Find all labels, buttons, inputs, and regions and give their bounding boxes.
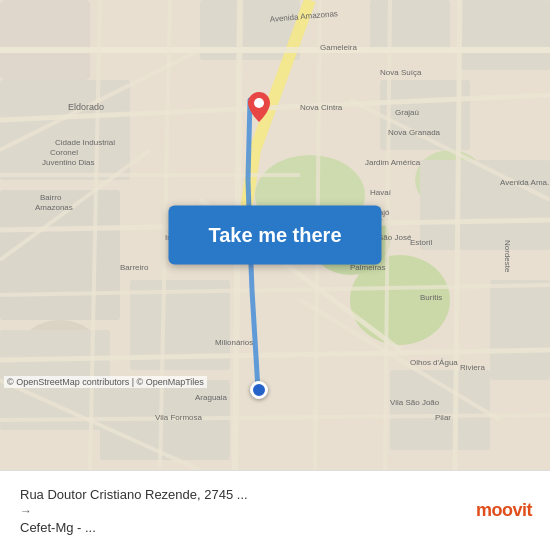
svg-rect-5 [0, 0, 90, 80]
bottom-bar: Rua Doutor Cristiano Rezende, 2745 ... →… [0, 470, 550, 550]
svg-text:Nova Suíça: Nova Suíça [380, 68, 422, 77]
svg-text:Havaí: Havaí [370, 188, 392, 197]
moovit-logo: moovit [468, 500, 540, 521]
svg-rect-17 [370, 0, 450, 50]
map-attribution: © OpenStreetMap contributors | © OpenMap… [4, 376, 207, 388]
svg-text:Cidade Industrial: Cidade Industrial [55, 138, 115, 147]
svg-text:Eldorado: Eldorado [68, 102, 104, 112]
svg-text:Nova Granada: Nova Granada [388, 128, 441, 137]
svg-text:Estoril: Estoril [410, 238, 432, 247]
route-to: Cefet-Mg - ... [20, 520, 458, 535]
route-info: Rua Doutor Cristiano Rezende, 2745 ... →… [10, 487, 468, 535]
map-container: Eldorado Bairro Amazonas Cidade Industri… [0, 0, 550, 470]
svg-text:Nordeste: Nordeste [503, 240, 512, 273]
route-from: Rua Doutor Cristiano Rezende, 2745 ... [20, 487, 458, 502]
moovit-logo-text: moovit [476, 500, 532, 521]
svg-text:Riviera: Riviera [460, 363, 485, 372]
svg-text:Nova Cintra: Nova Cintra [300, 103, 343, 112]
svg-text:Juventino Dias: Juventino Dias [42, 158, 94, 167]
svg-text:Avenida Ama...: Avenida Ama... [500, 178, 550, 187]
svg-text:Pilar: Pilar [435, 413, 451, 422]
svg-text:Olhos d'Água: Olhos d'Água [410, 358, 458, 367]
svg-text:Milionários: Milionários [215, 338, 253, 347]
button-overlay: Take me there [168, 206, 381, 265]
svg-text:Coronel: Coronel [50, 148, 78, 157]
take-me-there-button[interactable]: Take me there [168, 206, 381, 265]
svg-text:Amazonas: Amazonas [35, 203, 73, 212]
svg-text:Gameleira: Gameleira [320, 43, 357, 52]
svg-text:Vila Formosa: Vila Formosa [155, 413, 203, 422]
svg-rect-18 [460, 0, 550, 70]
svg-text:Bairro: Bairro [40, 193, 62, 202]
svg-point-70 [254, 98, 264, 108]
svg-text:Grajaú: Grajaú [395, 108, 419, 117]
svg-text:Jardim América: Jardim América [365, 158, 421, 167]
svg-rect-13 [420, 160, 550, 250]
route-arrow: → [20, 504, 458, 518]
svg-rect-15 [490, 280, 550, 380]
svg-text:Vila São João: Vila São João [390, 398, 440, 407]
svg-text:Barreiro: Barreiro [120, 263, 149, 272]
svg-text:Araguaia: Araguaia [195, 393, 228, 402]
origin-marker [250, 381, 268, 399]
destination-marker [248, 92, 270, 122]
svg-text:Buritis: Buritis [420, 293, 442, 302]
